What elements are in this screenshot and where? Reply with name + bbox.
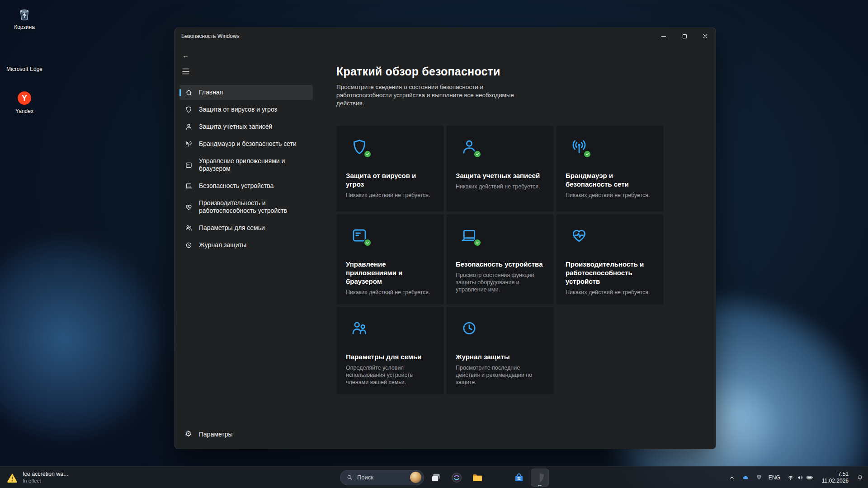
desktop-icon[interactable]: Microsoft Edge — [5, 48, 44, 72]
taskbar-app-button[interactable] — [510, 469, 528, 487]
overview-card[interactable]: Брандмауэр и безопасность сети Никаких д… — [556, 126, 664, 212]
back-button[interactable]: ← — [182, 49, 198, 61]
overview-card[interactable]: Журнал защиты Просмотрите последние дейс… — [446, 307, 554, 394]
sidebar-item[interactable]: Брандмауэр и безопасность сети — [179, 136, 313, 151]
card-description: Никаких действий не требуется. — [346, 289, 434, 296]
overview-card[interactable]: Защита от вирусов и угроз Никаких действ… — [336, 126, 444, 212]
overview-cards: Защита от вирусов и угроз Никаких действ… — [336, 126, 716, 394]
gear-icon: ⚙ — [185, 430, 193, 438]
status-ok-icon — [363, 150, 372, 158]
time-label: 7:51 — [838, 471, 849, 478]
minimize-button[interactable] — [653, 28, 674, 44]
widgets-button[interactable]: Ice accretion wa... In effect — [2, 467, 73, 488]
card-icon — [570, 226, 588, 244]
sidebar-item[interactable]: Производительность и работоспособность у… — [179, 196, 313, 218]
card-icon — [570, 138, 588, 156]
card-icon-glyph — [350, 319, 368, 337]
window-body: ← Главная Защита от вирусов и угроз За — [175, 44, 716, 449]
card-description: Просмотрите последние действия и рекомен… — [456, 364, 544, 386]
card-title: Параметры для семьи — [346, 352, 434, 361]
hamburger-icon — [182, 68, 189, 75]
desktop-icon-image — [17, 6, 32, 22]
overview-card[interactable]: Защита учетных записей Никаких действий … — [446, 126, 554, 212]
menu-button[interactable] — [182, 65, 198, 78]
card-description: Никаких действий не требуется. — [456, 183, 544, 190]
card-icon — [350, 226, 368, 244]
overview-card[interactable]: Управление приложениями и браузером Ника… — [336, 214, 444, 305]
status-ok-icon — [473, 150, 481, 158]
widget-alert-status: In effect — [23, 478, 68, 484]
battery-icon — [806, 474, 813, 481]
start-button[interactable] — [319, 469, 337, 487]
wifi-icon — [787, 474, 794, 481]
tray-app-button[interactable] — [739, 469, 752, 487]
sidebar-item[interactable]: Защита от вирусов и угроз — [179, 102, 313, 117]
card-description: Никаких действий не требуется. — [346, 192, 434, 199]
sidebar-item-label: Защита от вирусов и угроз — [199, 106, 277, 113]
main-content: Краткий обзор безопасности Просмотрите с… — [317, 44, 716, 449]
settings-label: Параметры — [199, 431, 233, 438]
sidebar-item[interactable]: Журнал защиты — [179, 238, 313, 253]
taskbar-app-button[interactable] — [468, 469, 486, 487]
tray-chevron-button[interactable] — [726, 469, 738, 487]
search-icon — [346, 474, 353, 481]
close-icon — [703, 34, 708, 38]
sidebar-item-label: Управление приложениями и браузером — [199, 157, 307, 173]
sidebar-item[interactable]: Управление приложениями и браузером — [179, 154, 313, 176]
taskbar-search[interactable]: Поиск — [340, 470, 424, 485]
sidebar-item-icon — [185, 89, 193, 96]
sidebar-item[interactable]: Защита учетных записей — [179, 119, 313, 134]
close-button[interactable] — [695, 28, 716, 44]
desktop-icon[interactable]: Корзина — [5, 6, 44, 30]
sidebar-item[interactable]: Главная — [179, 85, 313, 100]
clock[interactable]: 7:51 11.02.2026 — [818, 469, 853, 487]
taskbar-app-button[interactable] — [489, 469, 507, 487]
sidebar-nav: Главная Защита от вирусов и угроз Защита… — [178, 85, 315, 253]
tray-app-button[interactable] — [753, 469, 765, 487]
sidebar-item-label: Брандмауэр и безопасность сети — [199, 140, 297, 148]
settings-item[interactable]: ⚙ Параметры — [179, 426, 313, 442]
cloud-icon — [742, 474, 749, 481]
maximize-button[interactable] — [674, 28, 695, 44]
card-description: Просмотр состояния функций защиты оборуд… — [456, 272, 544, 293]
language-label: ENG — [769, 474, 780, 481]
titlebar[interactable]: Безопасность Windows — [175, 28, 716, 44]
warning-icon — [6, 472, 18, 483]
bell-icon — [857, 474, 863, 481]
card-icon — [460, 319, 478, 337]
taskbar-app-button[interactable] — [427, 469, 445, 487]
sidebar-item[interactable]: Безопасность устройства — [179, 178, 313, 193]
card-icon-glyph — [570, 226, 588, 244]
card-title: Журнал защиты — [456, 352, 544, 361]
sidebar-item[interactable]: Параметры для семьи — [179, 221, 313, 235]
card-icon — [350, 319, 368, 337]
sidebar-item-label: Главная — [199, 89, 223, 96]
taskbar-app-button[interactable] — [531, 469, 549, 487]
search-placeholder: Поиск — [357, 474, 406, 481]
window-title: Безопасность Windows — [181, 33, 240, 39]
windows-security-window: Безопасность Windows ← Главная — [175, 28, 716, 449]
search-highlight-icon — [410, 472, 421, 483]
language-indicator[interactable]: ENG — [766, 469, 783, 487]
overview-card[interactable]: Параметры для семьи Определяйте условия … — [336, 307, 444, 394]
sidebar-item-label: Производительность и работоспособность у… — [199, 199, 307, 215]
sidebar-item-icon — [185, 106, 193, 113]
overview-card[interactable]: Безопасность устройства Просмотр состоян… — [446, 214, 554, 305]
sidebar-item-icon — [185, 140, 193, 148]
maximize-icon — [683, 34, 687, 38]
taskbar-app-button[interactable] — [448, 469, 466, 487]
desktop-icon-label: Yandex — [15, 108, 33, 114]
sidebar-item-label: Журнал защиты — [199, 241, 246, 249]
desktop-icon-label: Microsoft Edge — [6, 66, 42, 72]
notification-button[interactable] — [854, 469, 866, 487]
overview-card[interactable]: Производительность и работоспособность у… — [556, 214, 664, 305]
status-ok-icon — [363, 239, 372, 247]
card-description: Никаких действий не требуется. — [566, 192, 654, 199]
status-cluster[interactable] — [783, 469, 817, 487]
desktop-icon-image — [17, 90, 32, 106]
card-title: Защита от вирусов и угроз — [346, 171, 434, 188]
card-title: Безопасность устройства — [456, 260, 544, 268]
desktop-icon[interactable]: Yandex — [5, 90, 44, 114]
windows-logo-icon — [322, 472, 334, 483]
date-label: 11.02.2026 — [822, 478, 849, 484]
